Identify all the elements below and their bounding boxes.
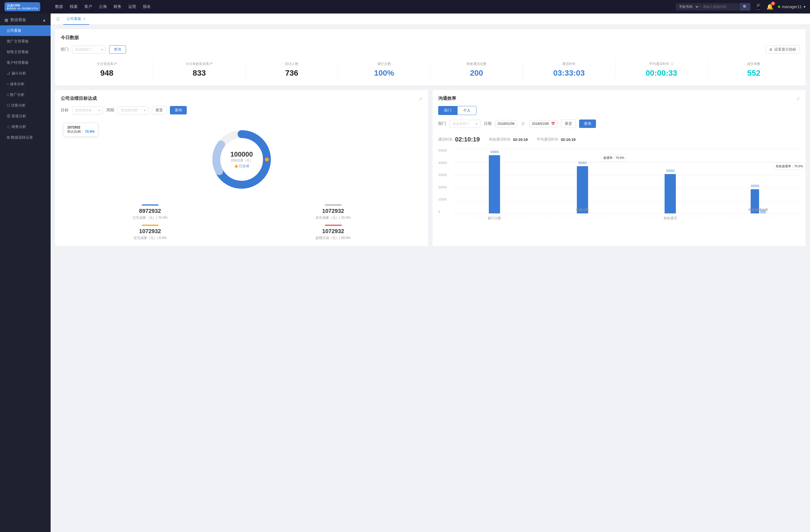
donut-chart-area: 1072932 所占比例： 70.9% bbox=[61, 120, 422, 199]
sidebar-item-account-board[interactable]: 客户经理看板 bbox=[0, 57, 51, 68]
goal-stat-incomplete: 1072932 未完成量（元）| 20.9% bbox=[244, 204, 422, 220]
comm-date-from[interactable]: 2018/01/08 bbox=[495, 120, 517, 127]
sidebar-item-channel[interactable]: ⑤ 渠道分析 bbox=[0, 111, 51, 121]
user-info[interactable]: manager11 ▾ bbox=[778, 4, 806, 9]
visitor-icon: ⬡ bbox=[7, 103, 10, 107]
bar-xlabel-eff-conn: 有效接通次数 bbox=[748, 207, 768, 212]
goal-section-header: 公司业绩目标达成 ⤢ bbox=[61, 96, 422, 101]
settings-display-btn[interactable]: ⚙ 设置显示指标 bbox=[765, 45, 800, 54]
comm-avg-label: 平均通话时长 bbox=[537, 137, 558, 142]
cost-icon: ○ bbox=[7, 82, 9, 86]
nav-data[interactable]: 数据 bbox=[55, 3, 63, 11]
sidebar-section-label: 数据看板 bbox=[11, 17, 26, 22]
svg-point-4 bbox=[265, 157, 269, 161]
period-dropdown-icon: ▾ bbox=[144, 109, 145, 112]
stat-call-duration: 通话时长 03:33:03 bbox=[523, 59, 615, 80]
tab-dept[interactable]: 部门 bbox=[438, 106, 457, 115]
sales-icon: △ bbox=[7, 124, 11, 129]
comm-query-btn[interactable]: 查询 bbox=[579, 119, 596, 128]
comm-expand-icon[interactable]: ⤢ bbox=[796, 97, 800, 101]
tablet-icon[interactable]: 📱 bbox=[755, 3, 762, 10]
sidebar-item-sales[interactable]: △ 销售分析 bbox=[0, 121, 51, 132]
dashboard-icon: ▦ bbox=[4, 18, 8, 22]
goal-expand-icon[interactable]: ⤢ bbox=[419, 97, 422, 101]
sidebar-item-sales-board[interactable]: 销售主管看板 bbox=[0, 47, 51, 57]
stat-label-6: 平均通话时长 ⓘ bbox=[615, 62, 708, 66]
annotation-connect: 接通率：70.9% bbox=[601, 154, 627, 161]
period-label: 周期 bbox=[106, 108, 114, 113]
goal-query-btn[interactable]: 查询 bbox=[170, 106, 187, 114]
comm-call-duration-label: 通话时长 bbox=[438, 137, 453, 142]
nav-operations[interactable]: 运营 bbox=[128, 3, 136, 11]
sidebar-toggle-btn[interactable]: ☰ bbox=[55, 16, 61, 22]
goal-select[interactable]: 请选择目标 ▾ bbox=[72, 106, 103, 114]
stat-label-2: 回访人数 bbox=[245, 62, 338, 66]
comm-reset-btn[interactable]: 重置 bbox=[561, 119, 576, 128]
comm-avg-duration: 平均通话时长 02:10:19 bbox=[537, 137, 576, 142]
search-box: 手机号码 ▾ 🔍 bbox=[676, 3, 750, 11]
y-label-40000: 40000 bbox=[438, 161, 453, 165]
today-title: 今日数据 bbox=[61, 35, 800, 41]
app-layout: ▦ 数据看板 ▲ 公司看板 推广主管看板 销售主管看板 客户经理看板 ⊿ 漏斗分… bbox=[0, 14, 810, 532]
stat-value-0: 948 bbox=[61, 69, 153, 78]
today-query-btn[interactable]: 查询 bbox=[109, 45, 126, 54]
comm-effective-duration: 有效通话时长 02:10:19 bbox=[489, 137, 528, 142]
tab-close-btn[interactable]: ✕ bbox=[83, 17, 86, 21]
sidebar-item-company-board[interactable]: 公司看板 bbox=[0, 25, 51, 36]
goal-reset-btn[interactable]: 重置 bbox=[152, 106, 166, 114]
stat-value-6: 00:00:33 bbox=[615, 69, 708, 78]
sidebar-collapse-icon[interactable]: ▲ bbox=[42, 18, 46, 22]
sidebar-section-header[interactable]: ▦ 数据看板 ▲ bbox=[0, 14, 51, 25]
nav-leads[interactable]: 线索 bbox=[70, 3, 78, 11]
tooltip-value: 1072932 bbox=[67, 126, 95, 129]
nav-enrollment[interactable]: 报名 bbox=[143, 3, 151, 11]
dept-select[interactable]: 请选择部门 ▾ bbox=[72, 46, 106, 54]
logo-box: 云朵CRM 教育机构一站 | 招生服务云平台 bbox=[4, 2, 40, 12]
sidebar-item-data-flow[interactable]: ⊞ 数据流转记录 bbox=[0, 132, 51, 143]
bar-group-connect: 接通率：70.9% 35000 接通次数 bbox=[541, 149, 625, 213]
annotation-effective-connect: 有效接通率：70.9% bbox=[773, 163, 806, 170]
stat-value-7: 552 bbox=[708, 69, 800, 78]
search-button[interactable]: 🔍 bbox=[740, 3, 750, 11]
bar-label-dial: 43000 bbox=[490, 150, 499, 153]
comm-date-to[interactable]: 2018/01/08 📅 bbox=[529, 120, 558, 127]
comm-date-label: 日期 bbox=[484, 121, 492, 126]
date-from-value: 2018/01/08 bbox=[498, 122, 514, 126]
notification-icon[interactable]: 🔔 5 bbox=[766, 3, 774, 10]
sidebar-item-visitor[interactable]: ⬡ 访客分析 bbox=[0, 100, 51, 111]
goal-stats-grid: 8972932 已完成量（元）| 70.9% 1072932 未完成量（元）| … bbox=[61, 204, 422, 240]
nav-customers[interactable]: 客户 bbox=[84, 3, 92, 11]
stat-value-2: 736 bbox=[245, 69, 338, 78]
comm-effective-value: 02:10:19 bbox=[513, 137, 528, 142]
main-content: 今日数据 部门 请选择部门 ▾ 查询 ⚙ 设置显示指标 bbox=[51, 25, 810, 251]
period-select[interactable]: 请选择周期 ▾ bbox=[117, 106, 148, 114]
comm-dept-select[interactable]: 请选择部门 ▾ bbox=[450, 120, 480, 128]
tooltip-ratio: 所占比例： 70.9% bbox=[67, 129, 95, 134]
logo-title: 云朵CRM bbox=[7, 3, 38, 7]
tab-label: 公司看板 bbox=[67, 16, 81, 21]
sidebar-item-promotion[interactable]: □ 推广分析 bbox=[0, 89, 51, 100]
dept-dropdown-icon: ▾ bbox=[101, 48, 103, 51]
search-input[interactable] bbox=[701, 4, 740, 10]
tab-personal[interactable]: 个人 bbox=[457, 106, 476, 115]
donut-tooltip: 1072932 所占比例： 70.9% bbox=[64, 123, 98, 137]
comm-avg-value: 02:10:19 bbox=[561, 137, 576, 142]
sidebar-item-funnel[interactable]: ⊿ 漏斗分析 bbox=[0, 68, 51, 79]
tab-company-board[interactable]: 公司看板 ✕ bbox=[63, 14, 89, 25]
bar-xlabel-dial: 拨打次数 bbox=[488, 216, 501, 221]
comm-filter: 部门 请选择部门 ▾ 日期 2018/01/08 至 2018/01/08 📅 bbox=[438, 119, 800, 128]
stat-value-5: 03:33:03 bbox=[523, 69, 615, 78]
goal-title: 公司业绩目标达成 bbox=[61, 96, 97, 101]
stat-avg-duration: 平均通话时长 ⓘ 00:00:33 bbox=[615, 59, 708, 80]
nav-public-sea[interactable]: 公海 bbox=[99, 3, 107, 11]
two-column-layout: 公司业绩目标达成 ⤢ 目标 请选择目标 ▾ 周期 请选择周期 ▾ bbox=[55, 90, 806, 246]
sidebar-item-marketing-board[interactable]: 推广主管看板 bbox=[0, 36, 51, 47]
sidebar-item-cost[interactable]: ○ 成本分析 bbox=[0, 79, 51, 89]
comm-section: 沟通效率 ⤢ 部门 个人 部门 请选择部门 ▾ bbox=[433, 90, 806, 246]
stat-label-4: 有效通话次数 bbox=[431, 62, 523, 66]
bar-xlabel-connect: 接通次数 bbox=[576, 207, 589, 212]
search-type-select[interactable]: 手机号码 bbox=[676, 3, 699, 10]
stat-effective-consult: 今日有效首咨客户 833 bbox=[153, 59, 246, 80]
stat-big-completed: 8972932 bbox=[61, 208, 239, 214]
nav-finance[interactable]: 财务 bbox=[114, 3, 122, 11]
